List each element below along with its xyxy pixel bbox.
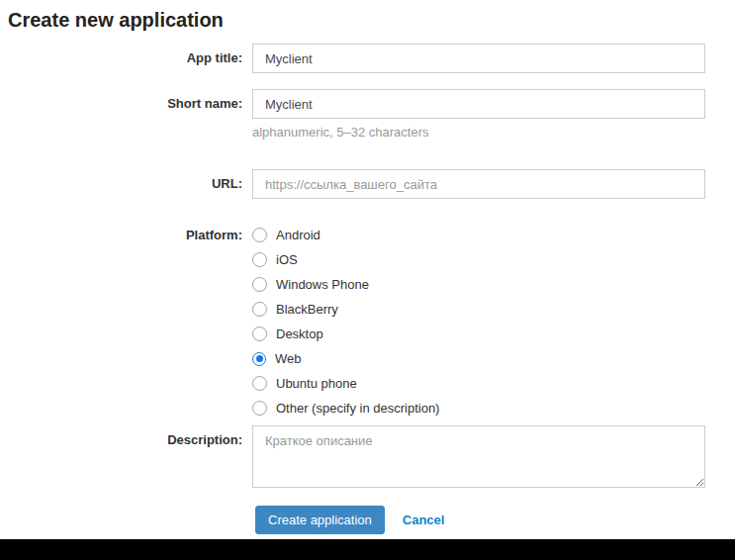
radio-button-icon[interactable] xyxy=(252,302,267,317)
short-name-input[interactable] xyxy=(252,89,705,119)
field-row-description: Description: xyxy=(0,425,735,488)
app-title-input[interactable] xyxy=(252,44,705,73)
platform-option-label: Web xyxy=(275,346,302,371)
platform-option-desktop[interactable]: Desktop xyxy=(252,322,705,346)
platform-option-android[interactable]: Android xyxy=(252,223,705,247)
platform-option-label: Desktop xyxy=(276,322,323,346)
platform-option-web[interactable]: Web xyxy=(252,346,705,371)
platform-label: Platform: xyxy=(0,223,252,247)
platform-option-label: iOS xyxy=(276,247,298,272)
platform-options: Android iOS Windows Phone BlackBerry Des… xyxy=(252,223,705,420)
platform-option-ios[interactable]: iOS xyxy=(252,247,705,272)
short-name-label: Short name: xyxy=(0,89,252,119)
footer-bar xyxy=(0,539,735,560)
platform-option-label: Other (specify in description) xyxy=(276,396,439,420)
radio-button-icon[interactable] xyxy=(252,401,267,416)
platform-option-label: BlackBerry xyxy=(276,297,338,322)
cancel-link[interactable]: Cancel xyxy=(403,513,445,527)
short-name-hint: alphanumeric, 5–32 characters xyxy=(252,125,705,140)
field-row-short-name: Short name: alphanumeric, 5–32 character… xyxy=(0,89,735,140)
create-application-button[interactable]: Create application xyxy=(255,506,385,534)
platform-option-ubuntu-phone[interactable]: Ubuntu phone xyxy=(252,371,705,396)
platform-option-other-specify-in-description[interactable]: Other (specify in description) xyxy=(252,396,705,420)
radio-button-icon[interactable] xyxy=(252,277,267,292)
url-label: URL: xyxy=(0,169,252,199)
url-input[interactable] xyxy=(252,169,705,199)
radio-button-icon[interactable] xyxy=(252,252,267,267)
platform-option-label: Ubuntu phone xyxy=(276,371,357,396)
radio-button-icon[interactable] xyxy=(252,376,267,391)
platform-option-windows-phone[interactable]: Windows Phone xyxy=(252,272,705,297)
radio-button-icon[interactable] xyxy=(252,228,267,242)
description-textarea[interactable] xyxy=(252,425,705,488)
page-title: Create new application xyxy=(8,9,735,31)
field-row-url: URL: xyxy=(0,169,735,199)
field-row-app-title: App title: xyxy=(0,44,735,73)
platform-option-blackberry[interactable]: BlackBerry xyxy=(252,297,705,322)
app-title-label: App title: xyxy=(0,44,252,73)
actions-row: Create applicationCancel xyxy=(0,506,735,534)
field-row-platform: Platform: Android iOS Windows Phone Blac… xyxy=(0,223,735,420)
description-label: Description: xyxy=(0,425,252,455)
radio-button-icon[interactable] xyxy=(252,352,266,366)
platform-option-label: Windows Phone xyxy=(276,272,369,297)
platform-option-label: Android xyxy=(276,223,321,247)
radio-button-icon[interactable] xyxy=(252,327,267,341)
